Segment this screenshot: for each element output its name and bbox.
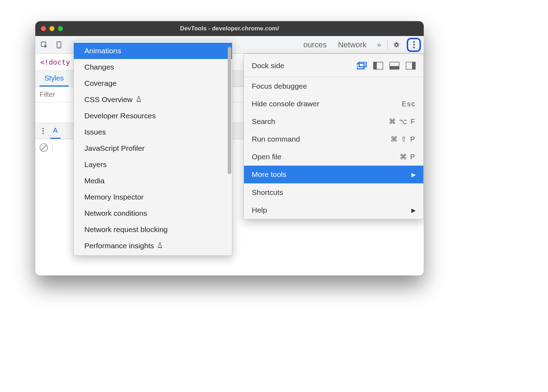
menu-item-label: Run command [252,135,391,143]
svg-rect-6 [373,62,377,70]
flask-icon [136,95,142,104]
menu-item-label: Focus debuggee [252,82,416,90]
menu-shortcut: Esc [402,100,416,108]
submenu-item-css-overview[interactable]: CSS Overview [74,91,232,108]
dock-right-icon[interactable] [406,62,416,70]
flask-icon [157,242,163,250]
submenu-item-label: Network conditions [84,209,147,218]
devtools-window: DevTools - developer.chrome.com/ ources … [35,21,424,275]
drawer-menu-icon[interactable] [38,128,48,134]
submenu-item-coverage[interactable]: Coverage [74,75,232,91]
device-toggle-icon[interactable] [53,39,65,51]
menu-item-label: Hide console drawer [252,100,402,108]
menu-item-label: Shortcuts [252,188,416,197]
submenu-item-label: Layers [84,160,107,169]
menu-shortcut: ⌘ ⇧ P [391,135,416,143]
clear-console-icon[interactable] [40,143,48,152]
submenu-item-label: CSS Overview [84,95,133,104]
svg-rect-4 [359,62,366,67]
svg-rect-10 [412,62,416,70]
menu-focus-debuggee[interactable]: Focus debuggee [244,77,423,95]
submenu-item-media[interactable]: Media [74,173,232,189]
submenu-arrow-icon: ▶ [411,171,416,178]
menu-shortcut: ⌘ ⌥ F [389,117,416,126]
more-tabs-chevron-icon[interactable]: » [374,41,385,49]
settings-gear-icon[interactable] [391,39,403,51]
tab-sources[interactable]: ources [299,40,331,49]
submenu-scrollbar[interactable] [228,47,231,174]
submenu-item-label: Network request blocking [84,225,168,234]
inspect-element-icon[interactable] [38,39,50,51]
menu-search[interactable]: Search ⌘ ⌥ F [244,113,423,130]
submenu-item-network-conditions[interactable]: Network conditions [74,205,232,221]
submenu-item-memory-inspector[interactable]: Memory Inspector [74,189,232,205]
submenu-item-changes[interactable]: Changes [74,59,232,75]
submenu-item-label: Performance insights [84,242,154,250]
submenu-item-developer-resources[interactable]: Developer Resources [74,108,232,124]
minimize-window-button[interactable] [49,26,54,31]
menu-item-label: Help [252,206,411,214]
submenu-item-label: Media [84,177,105,185]
submenu-item-issues[interactable]: Issues [74,124,232,140]
svg-rect-8 [389,66,399,70]
drawer-tab-active[interactable]: A [50,123,60,139]
submenu-item-label: Animations [84,47,121,55]
menu-run-command[interactable]: Run command ⌘ ⇧ P [244,130,423,148]
submenu-item-label: Memory Inspector [84,193,144,201]
svg-rect-3 [357,63,364,69]
dock-side-row: Dock side [244,54,423,77]
menu-more-tools[interactable]: More tools ▶ [244,166,423,183]
devtools-body: ources Network » <!docty Styles A [35,36,424,275]
menu-item-label: Open file [252,153,400,161]
submenu-item-label: Coverage [84,79,117,88]
main-menu-button[interactable] [407,38,421,52]
submenu-arrow-icon: ▶ [411,207,416,214]
menu-open-file[interactable]: Open file ⌘ P [244,148,423,166]
submenu-item-performance-insights[interactable]: Performance insights [74,238,232,254]
close-window-button[interactable] [41,26,46,31]
dock-undock-icon[interactable] [357,62,367,70]
dock-left-icon[interactable] [373,62,383,70]
menu-help[interactable]: Help ▶ [244,201,423,219]
tab-styles[interactable]: Styles [40,71,68,87]
more-tools-submenu: AnimationsChangesCoverageCSS OverviewDev… [73,41,232,256]
dock-side-label: Dock side [252,61,349,70]
submenu-item-label: Changes [84,63,114,71]
dock-bottom-icon[interactable] [389,62,399,70]
submenu-item-layers[interactable]: Layers [74,156,232,173]
submenu-item-animations[interactable]: Animations [74,43,232,59]
kebab-icon [413,41,415,48]
submenu-item-javascript-profiler[interactable]: JavaScript Profiler [74,140,232,156]
divider [52,143,53,153]
menu-item-label: More tools [252,170,411,179]
menu-shortcuts[interactable]: Shortcuts [244,184,423,201]
window-controls [35,26,63,31]
tab-network[interactable]: Network [334,40,371,49]
maximize-window-button[interactable] [58,26,63,31]
submenu-item-label: Issues [84,128,106,136]
window-titlebar: DevTools - developer.chrome.com/ [35,21,424,36]
window-title: DevTools - developer.chrome.com/ [35,25,424,32]
menu-item-label: Search [252,117,389,126]
styles-filter-input[interactable] [40,90,75,99]
submenu-item-label: JavaScript Profiler [84,144,144,153]
main-menu: Dock side Focus debuggee Hide console dr… [244,54,424,219]
submenu-item-network-request-blocking[interactable]: Network request blocking [74,221,232,238]
submenu-item-label: Developer Resources [84,112,156,120]
menu-shortcut: ⌘ P [400,153,416,161]
menu-hide-console-drawer[interactable]: Hide console drawer Esc [244,95,423,113]
